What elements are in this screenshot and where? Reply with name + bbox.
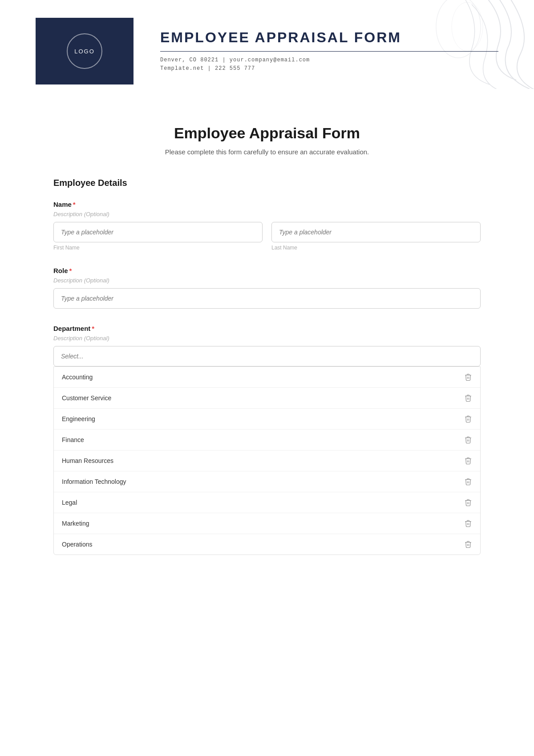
field-name-label: Name* — [53, 201, 481, 208]
form-title: Employee Appraisal Form — [53, 125, 481, 142]
last-name-input[interactable] — [271, 222, 481, 242]
logo-text: LOGO — [74, 48, 95, 55]
main-content: Employee Appraisal Form Please complete … — [0, 98, 534, 598]
department-select[interactable] — [53, 346, 481, 366]
list-item[interactable]: Accounting — [54, 367, 480, 388]
list-item[interactable]: Marketing — [54, 513, 480, 534]
field-role-description: Description (Optional) — [53, 277, 481, 284]
option-customer-service: Customer Service — [62, 394, 111, 402]
field-department: Department* Description (Optional) Accou… — [53, 325, 481, 555]
option-information-technology: Information Technology — [62, 478, 126, 485]
delete-finance-icon[interactable] — [464, 436, 472, 444]
list-item[interactable]: Engineering — [54, 409, 480, 430]
list-item[interactable]: Human Resources — [54, 450, 480, 471]
header-contact: Denver, CO 80221 | your.company@email.co… — [160, 56, 498, 73]
header-divider — [160, 51, 498, 52]
list-item[interactable]: Customer Service — [54, 388, 480, 409]
field-role-label: Role* — [53, 267, 481, 274]
field-role: Role* Description (Optional) — [53, 267, 481, 309]
header-info: EMPLOYEE APPRAISAL FORM Denver, CO 80221… — [134, 29, 498, 73]
last-name-label: Last Name — [271, 245, 481, 251]
field-department-label: Department* — [53, 325, 481, 332]
list-item[interactable]: Finance — [54, 430, 480, 450]
last-name-wrapper: Last Name — [271, 222, 481, 251]
field-department-description: Description (Optional) — [53, 335, 481, 342]
delete-engineering-icon[interactable] — [464, 415, 472, 423]
field-name: Name* Description (Optional) First Name … — [53, 201, 481, 251]
header-title: EMPLOYEE APPRAISAL FORM — [160, 29, 498, 46]
header: LOGO EMPLOYEE APPRAISAL FORM Denver, CO … — [0, 0, 534, 98]
logo-container: LOGO — [36, 18, 134, 84]
delete-hr-icon[interactable] — [464, 457, 472, 465]
option-marketing: Marketing — [62, 520, 89, 527]
delete-customer-service-icon[interactable] — [464, 394, 472, 402]
page: LOGO EMPLOYEE APPRAISAL FORM Denver, CO … — [0, 0, 534, 756]
first-name-wrapper: First Name — [53, 222, 263, 251]
required-star: * — [73, 201, 76, 208]
delete-operations-icon[interactable] — [464, 540, 472, 548]
required-star-department: * — [92, 325, 94, 332]
option-human-resources: Human Resources — [62, 457, 113, 464]
required-star-role: * — [69, 267, 72, 274]
option-legal: Legal — [62, 499, 77, 506]
list-item[interactable]: Operations — [54, 534, 480, 555]
list-item[interactable]: Legal — [54, 492, 480, 513]
contact-line2: Template.net | 222 555 777 — [160, 64, 498, 73]
first-name-input[interactable] — [53, 222, 263, 242]
form-subtitle: Please complete this form carefully to e… — [53, 148, 481, 156]
delete-legal-icon[interactable] — [464, 499, 472, 507]
section-employee-details: Employee Details — [53, 178, 481, 188]
option-finance: Finance — [62, 436, 84, 443]
option-accounting: Accounting — [62, 374, 93, 381]
logo: LOGO — [67, 33, 102, 69]
option-operations: Operations — [62, 541, 92, 548]
contact-line1: Denver, CO 80221 | your.company@email.co… — [160, 56, 498, 64]
role-input[interactable] — [53, 288, 481, 309]
list-item[interactable]: Information Technology — [54, 471, 480, 492]
field-name-description: Description (Optional) — [53, 211, 481, 217]
delete-it-icon[interactable] — [464, 478, 472, 486]
delete-accounting-icon[interactable] — [464, 373, 472, 381]
name-input-row: First Name Last Name — [53, 222, 481, 251]
option-engineering: Engineering — [62, 415, 95, 422]
first-name-label: First Name — [53, 245, 263, 251]
delete-marketing-icon[interactable] — [464, 519, 472, 527]
department-dropdown: Accounting Customer Service — [53, 366, 481, 555]
